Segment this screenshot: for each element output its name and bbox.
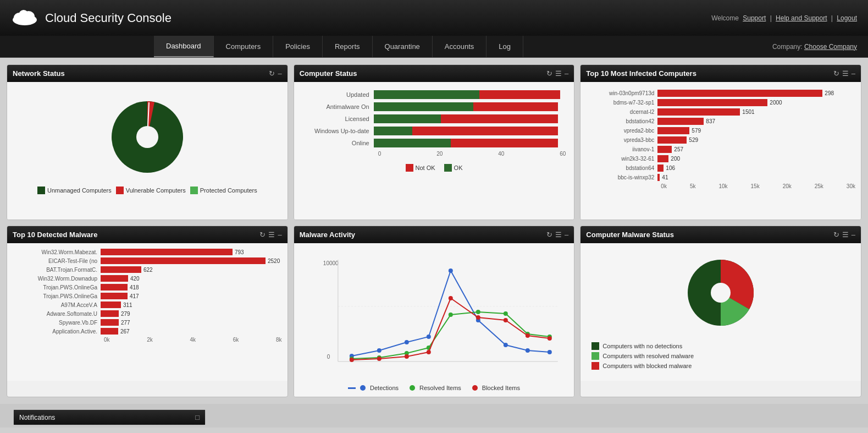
infected-bar-8 <box>657 155 668 162</box>
cloud-icon <box>11 4 38 31</box>
bar-ok-online <box>374 139 451 147</box>
nav-item-dashboard[interactable]: Dashboard <box>154 36 214 57</box>
svg-point-36 <box>503 318 507 322</box>
legend-ok: OK <box>444 164 463 172</box>
nav-item-policies[interactable]: Policies <box>273 36 323 57</box>
filter-icon-inf[interactable]: ☰ <box>842 69 849 78</box>
malware-bar-wrap-5: 418 <box>101 284 139 291</box>
svg-point-30 <box>349 358 353 362</box>
legend-vulnerable-color <box>116 187 124 194</box>
panel-network-header-icons: ↻ – <box>269 69 281 78</box>
malware-label-9: Spyware.Vb.DF <box>13 320 101 326</box>
panel-top10-malware-title: Top 10 Detected Malware <box>13 231 97 239</box>
malware-row-4: Win32.Worm.Downadup 420 <box>13 275 282 282</box>
infected-label-9: bdstation64 <box>586 165 657 171</box>
infected-bar-10 <box>657 174 660 181</box>
infected-label-6: vpreda3-bbc <box>586 137 657 143</box>
bar-label-windows: Windows Up-to-date <box>302 128 374 134</box>
malware-bar-1 <box>101 249 233 255</box>
malware-row-1: Win32.Worm.Mabezat. 793 <box>13 249 282 255</box>
malware-row-2: EICAR-Test-File (no 2520 <box>13 257 282 264</box>
malware-row-6: Trojan.PWS.OnlineGa 417 <box>13 293 282 299</box>
minimize-icon-mal[interactable]: – <box>278 231 281 239</box>
bar-ok-updated <box>374 90 479 99</box>
legend-notok-label: Not OK <box>416 165 435 171</box>
malware-val-3: 622 <box>143 267 153 273</box>
nav-bar: Dashboard Computers Policies Reports Qua… <box>0 36 868 58</box>
refresh-icon-cs[interactable]: ↻ <box>546 69 552 78</box>
infected-label-8: win2k3-32-61 <box>586 156 657 162</box>
legend-notok-color <box>406 164 413 172</box>
refresh-icon-cms[interactable]: ↻ <box>833 231 839 239</box>
svg-point-14 <box>404 340 408 344</box>
bar-updated <box>374 90 566 99</box>
infected-val-4: 837 <box>706 118 715 124</box>
legend-detections: Detections <box>348 385 399 391</box>
bar-notok-antimalware <box>473 102 558 111</box>
filter-icon-cs[interactable]: ☰ <box>555 69 562 78</box>
refresh-icon-mal[interactable]: ↻ <box>259 231 266 239</box>
notifications-icon-btn[interactable]: □ <box>195 413 200 421</box>
network-pie-chart <box>13 93 282 181</box>
refresh-icon-act[interactable]: ↻ <box>546 231 552 239</box>
svg-point-25 <box>448 313 452 317</box>
nav-item-log[interactable]: Log <box>486 36 523 57</box>
legend-unmanaged-color <box>37 187 45 194</box>
svg-point-37 <box>525 333 529 338</box>
svg-point-32 <box>404 354 408 359</box>
malware-bar-3 <box>101 266 141 273</box>
malware-bar-8 <box>101 310 119 317</box>
infected-val-6: 529 <box>689 137 698 143</box>
panel-network-status-header: Network Status ↻ – <box>7 65 288 82</box>
minimize-icon-cs[interactable]: – <box>565 69 568 78</box>
malware-bar-wrap-8: 279 <box>101 310 130 317</box>
cms-legend-resolved-color <box>591 352 599 360</box>
filter-icon-mal[interactable]: ☰ <box>268 231 275 239</box>
welcome-text: Welcome <box>711 14 739 22</box>
panel-top10-infected-title: Top 10 Most Infected Computers <box>586 69 696 78</box>
panel-cms-header: Computer Malware Status ↻ ☰ – <box>580 226 861 243</box>
legend-vulnerable-label: Vulnerable Computers <box>126 187 186 194</box>
malware-label-7: A97M.AcceV.A <box>13 302 101 308</box>
notifications-panel: Notifications □ <box>13 409 206 425</box>
panel-computer-header-icons: ↻ ☰ – <box>546 69 568 78</box>
nav-item-quarantine[interactable]: Quarantine <box>373 36 433 57</box>
legend-ok-color <box>444 164 452 172</box>
dashboard-grid: Network Status ↻ – <box>0 58 868 404</box>
malware-val-10: 267 <box>120 328 130 335</box>
nav-item-accounts[interactable]: Accounts <box>433 36 486 57</box>
support-link[interactable]: Support <box>743 14 766 22</box>
app-title: Cloud Security Console <box>45 11 172 25</box>
bar-label-antimalware: Antimalware On <box>302 103 374 110</box>
infected-bar-9 <box>657 165 664 172</box>
malware-row-9: Spyware.Vb.DF 277 <box>13 319 282 326</box>
minimize-icon[interactable]: – <box>278 69 281 78</box>
infected-row-3: dcernat-l2 1501 <box>586 108 855 116</box>
legend-resolved: Resolved Items <box>410 385 461 391</box>
logo-area: Cloud Security Console <box>11 4 172 31</box>
nav-item-computers[interactable]: Computers <box>214 36 274 57</box>
cms-legend-blocked-color <box>591 362 599 370</box>
minimize-icon-act[interactable]: – <box>565 231 568 239</box>
infected-row-7: iivanov-1 257 <box>586 146 855 153</box>
minimize-icon-cms[interactable]: – <box>852 231 855 239</box>
infected-label-10: bbc-is-winxp32 <box>586 174 657 180</box>
bar-ok-licensed <box>374 114 441 123</box>
logout-link[interactable]: Logout <box>837 14 857 22</box>
legend-detections-label: Detections <box>370 385 399 391</box>
computer-status-legend: Not OK OK <box>300 164 569 172</box>
malware-bar-9 <box>101 319 119 326</box>
nav-item-reports[interactable]: Reports <box>323 36 373 57</box>
filter-icon-act[interactable]: ☰ <box>555 231 562 239</box>
minimize-icon-inf[interactable]: – <box>852 69 855 78</box>
choose-company-link[interactable]: Choose Company <box>804 43 857 51</box>
filter-icon-cms[interactable]: ☰ <box>842 231 849 239</box>
refresh-icon-inf[interactable]: ↻ <box>833 69 839 78</box>
malware-label-8: Adware.Softomate.U <box>13 311 101 317</box>
bar-label-licensed: Licensed <box>302 116 374 122</box>
refresh-icon[interactable]: ↻ <box>269 69 275 78</box>
panel-malware-activity: Malware Activity ↻ ☰ – 10000 0 <box>294 226 575 397</box>
help-link[interactable]: Help and Support <box>776 14 827 22</box>
infected-val-3: 1501 <box>742 109 754 115</box>
panel-top10-malware-body: Win32.Worm.Mabezat. 793 EICAR-Test-File … <box>7 243 288 381</box>
